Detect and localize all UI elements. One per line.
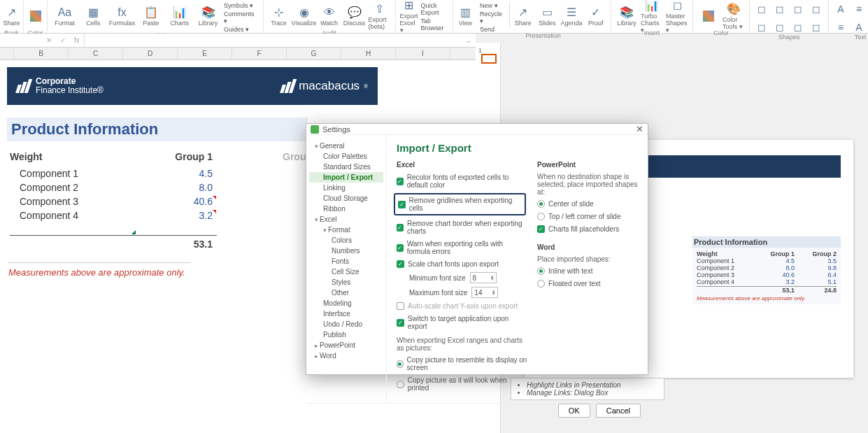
app-icon xyxy=(311,125,319,134)
cancel-icon[interactable]: ✕ xyxy=(42,36,56,44)
discuss-button[interactable]: 💬Discuss xyxy=(343,1,366,31)
text-icon[interactable]: ≡ xyxy=(851,1,867,17)
comment-indicator-icon[interactable] xyxy=(213,210,216,213)
radio-option[interactable]: Center of slide xyxy=(537,199,638,208)
shape-icon[interactable]: ◻ xyxy=(772,1,788,17)
tree-item[interactable]: Publish xyxy=(309,329,383,340)
shape-icon[interactable]: ◻ xyxy=(790,1,806,17)
shape-icon[interactable]: ◻ xyxy=(754,20,769,35)
text-icon[interactable]: A xyxy=(833,1,848,17)
quick-export-menu[interactable]: Quick Export xyxy=(421,1,448,17)
slide-thumbnail[interactable] xyxy=(481,54,497,64)
send-menu[interactable]: Send xyxy=(480,25,506,34)
fx-icon[interactable]: fx xyxy=(70,36,84,44)
formula-input[interactable] xyxy=(84,34,462,47)
tree-item[interactable]: Interface xyxy=(309,308,383,319)
formulas-button[interactable]: fxFormulas xyxy=(109,1,136,31)
shape-icon[interactable]: ◻ xyxy=(790,20,806,35)
proof-button[interactable]: ✓Proof xyxy=(585,1,606,31)
settings-tree[interactable]: ▾General Color Palettes Standard Sizes I… xyxy=(306,135,387,403)
cfi-logo-icon xyxy=(17,79,30,93)
cancel-button[interactable]: Cancel xyxy=(596,404,641,418)
enter-icon[interactable]: ✓ xyxy=(56,36,70,44)
close-icon[interactable]: ✕ xyxy=(636,124,643,134)
tree-item[interactable]: Color Palettes xyxy=(309,151,383,162)
shape-icon[interactable]: ◻ xyxy=(809,20,824,35)
ppt-color-button[interactable] xyxy=(697,1,720,31)
shape-icon[interactable]: ◻ xyxy=(754,1,769,17)
tree-item[interactable]: Colors xyxy=(309,235,383,246)
library-button[interactable]: 📚Library xyxy=(195,1,221,31)
ppt-library-button[interactable]: 📚Library xyxy=(616,1,638,31)
comment-indicator-icon[interactable] xyxy=(213,196,216,199)
number-input[interactable]: Maximum font size14▴▾ xyxy=(397,287,527,298)
tree-item[interactable]: Undo / Redo xyxy=(309,319,383,329)
checkbox-option[interactable]: ✓Scale chart fonts upon export xyxy=(397,260,527,269)
ok-button[interactable]: OK xyxy=(558,404,590,418)
number-input[interactable]: Minimum font size8▴▾ xyxy=(397,272,527,283)
tree-item[interactable]: Styles xyxy=(309,277,383,288)
tree-item[interactable]: Other xyxy=(309,288,383,298)
ppt-ribbon: New ▾Recycle ▾Send ↗Share ▭Slides ☰Agend… xyxy=(476,0,868,34)
comments-menu[interactable]: Comments ▾ xyxy=(224,10,259,25)
view-button[interactable]: ▥View xyxy=(457,1,474,31)
export-excel-button[interactable]: ⊞Export Excel ▾ xyxy=(400,1,418,31)
agenda-button[interactable]: ☰Agenda xyxy=(561,1,583,31)
expand-icon[interactable]: ⌄ xyxy=(462,36,476,44)
new-menu[interactable]: New ▾ xyxy=(480,1,506,10)
checkbox-option[interactable]: Auto-scale chart Y-axis upon export xyxy=(397,301,527,311)
color-tools-button[interactable]: 🎨Color Tools ▾ xyxy=(723,1,745,31)
error-indicator-icon[interactable] xyxy=(131,230,136,234)
tree-item[interactable]: Ribbon xyxy=(309,204,383,214)
dialog-titlebar[interactable]: Settings ✕ xyxy=(306,124,648,135)
column-headers[interactable]: BCDEFGHIJK xyxy=(0,48,476,60)
tree-item-selected[interactable]: Import / Export xyxy=(309,172,383,183)
radio-option[interactable]: Copy picture to resemble its display on … xyxy=(397,355,527,372)
cells-button[interactable]: ▦Cells xyxy=(80,1,106,31)
shape-icon[interactable]: ◻ xyxy=(809,1,824,17)
checkbox-option[interactable]: ✓Recolor fonts of exported cells to defa… xyxy=(397,173,527,190)
tree-item[interactable]: Cell Size xyxy=(309,267,383,277)
dialog-title: Settings xyxy=(322,125,350,134)
checkbox-option-highlighted[interactable]: ✓Remove gridlines when exporting cells xyxy=(394,193,526,215)
radio-option[interactable]: Top / left corner of slide xyxy=(537,212,638,221)
tree-item[interactable]: Fonts xyxy=(309,256,383,267)
trace-button[interactable]: ⊹Trace xyxy=(268,1,290,31)
shape-icon[interactable]: ◻ xyxy=(772,20,788,35)
checkbox-option[interactable]: ✓Warn when exporting cells with formula … xyxy=(397,239,527,256)
radio-option[interactable]: Inline with text xyxy=(537,267,638,276)
guides-menu[interactable]: Guides ▾ xyxy=(224,25,259,34)
banner: CorporateFinance Institute® macabacus® xyxy=(7,67,378,105)
tree-item[interactable]: Linking xyxy=(309,183,383,193)
excel-ribbon: ↗ShareBook Color AaFormat ▦Cells fxFormu… xyxy=(0,0,476,34)
tree-item[interactable]: Cloud Storage xyxy=(309,193,383,204)
share-button[interactable]: ↗Share xyxy=(1,1,23,31)
master-shapes-button[interactable]: ◻Master Shapes ▾ xyxy=(666,1,688,31)
footnote: Measurements above are approximate only. xyxy=(8,262,190,278)
format-button[interactable]: AaFormat xyxy=(52,1,78,31)
radio-option[interactable]: Floated over text xyxy=(537,279,638,288)
color-button[interactable] xyxy=(24,1,47,31)
symbols-menu[interactable]: Symbols ▾ xyxy=(224,1,259,10)
ppt-share-button[interactable]: ↗Share xyxy=(513,1,534,31)
checkbox-option[interactable]: ✓Switch to target application upon expor… xyxy=(397,314,527,331)
export-beta-button[interactable]: ⇪Export (beta) xyxy=(369,1,391,31)
text-icon[interactable]: ≡ xyxy=(833,20,848,35)
paste-button[interactable]: 📋Paste xyxy=(138,1,164,31)
radio-option[interactable]: Copy picture as it will look when printe… xyxy=(397,376,527,392)
visualize-button[interactable]: ◉Visualize xyxy=(293,1,315,31)
turbo-charts-button[interactable]: 📊Turbo Charts ▾ xyxy=(641,1,663,31)
text-icon[interactable]: A xyxy=(851,20,867,35)
slides-button[interactable]: ▭Slides xyxy=(536,1,557,31)
tab-browser-menu[interactable]: Tab Browser xyxy=(421,17,448,32)
checkbox-option[interactable]: ✓Remove chart border when exporting char… xyxy=(397,219,527,236)
watch-button[interactable]: 👁Watch xyxy=(318,1,341,31)
checkbox-option[interactable]: ✓Charts fill placeholders xyxy=(537,225,638,234)
recycle-menu[interactable]: Recycle ▾ xyxy=(480,10,506,25)
charts-button[interactable]: 📊Charts xyxy=(166,1,192,31)
dialog-footer: OK Cancel xyxy=(306,403,648,418)
slide-table[interactable]: Product Information WeightGroup 1Group 2… xyxy=(692,236,841,304)
tree-item[interactable]: Modeling xyxy=(309,298,383,308)
tree-item[interactable]: Numbers xyxy=(309,246,383,256)
tree-item[interactable]: Standard Sizes xyxy=(309,162,383,172)
